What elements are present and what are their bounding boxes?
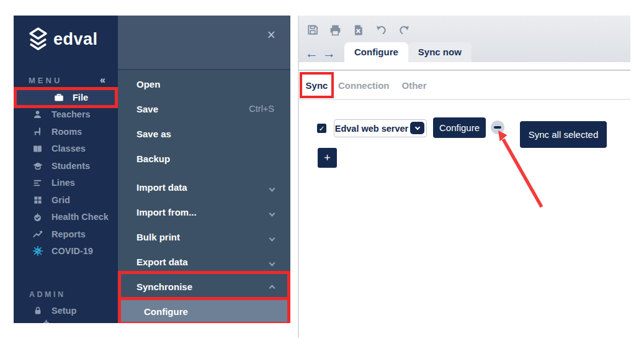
menu-label: MENU xyxy=(29,76,62,85)
sidebar-item-label: Grid xyxy=(51,195,70,205)
menu-item-label: Open xyxy=(136,79,160,89)
sidebar-item-rooms[interactable]: Rooms xyxy=(14,123,118,140)
chevron-down-icon xyxy=(410,122,424,134)
highlight-box xyxy=(14,87,118,108)
sidebar-item-lines[interactable]: Lines xyxy=(14,175,118,192)
save-icon[interactable] xyxy=(306,23,319,37)
close-icon[interactable]: × xyxy=(267,28,275,42)
history-nav: ← → xyxy=(305,47,336,60)
sidebar: edval MENU « File Teachers xyxy=(14,16,118,323)
menu-item-save[interactable]: Save Ctrl+S xyxy=(118,96,290,121)
gear-icon xyxy=(41,319,51,323)
lock-icon xyxy=(32,306,43,316)
menu-item-bulk-print[interactable]: Bulk print xyxy=(118,224,290,249)
edval-logo: edval xyxy=(29,27,98,52)
graduation-cap-icon xyxy=(32,160,43,171)
sidebar-item-label: COVID-19 xyxy=(51,246,93,256)
print-icon[interactable] xyxy=(329,23,342,37)
sidebar-item-file[interactable]: File xyxy=(14,89,118,106)
subtab-other[interactable]: Other xyxy=(402,80,427,91)
menu-item-import-from[interactable]: Import from... xyxy=(118,199,290,224)
menu-item-label: Export data xyxy=(136,257,188,267)
collapse-sidebar-icon[interactable]: « xyxy=(100,75,105,86)
toolbar: ← → Configure Sync now xyxy=(299,16,630,62)
sidebar-item-label: Classes xyxy=(51,144,86,153)
subtab-sync[interactable]: Sync xyxy=(300,72,334,98)
sidebar-item-label: File xyxy=(73,93,88,103)
book-icon xyxy=(32,144,43,154)
menu-item-label: Bulk print xyxy=(136,232,180,242)
briefcase-icon xyxy=(53,92,65,103)
sidebar-item-label: Health Check xyxy=(51,212,109,222)
sidebar-item-students[interactable]: Students xyxy=(14,157,118,175)
menu-item-import-data[interactable]: Import data xyxy=(118,175,290,199)
lines-icon xyxy=(32,178,43,188)
add-server-button[interactable]: + xyxy=(318,148,337,168)
sidebar-item-label: Lines xyxy=(51,178,75,188)
sidebar-item-label: Students xyxy=(51,161,90,171)
edval-logo-icon xyxy=(29,27,48,52)
subtab-connection[interactable]: Connection xyxy=(338,80,390,91)
sidebar-item-grid[interactable]: Grid xyxy=(14,191,118,209)
back-arrow-icon[interactable]: ← xyxy=(305,47,318,60)
person-icon xyxy=(32,109,43,120)
virus-icon xyxy=(32,245,43,257)
shortcut-label: Ctrl+S xyxy=(249,104,274,114)
toolbar-icons xyxy=(306,23,411,37)
menu-item-label: Configure xyxy=(144,306,188,317)
menu-item-configure[interactable]: Configure xyxy=(118,299,290,323)
menu-item-label: Save xyxy=(136,104,158,114)
menu-item-export-data[interactable]: Export data xyxy=(118,249,290,274)
sidebar-item-classes[interactable]: Classes xyxy=(14,140,118,158)
menu-item-label: Save as xyxy=(136,129,171,139)
subtab-top-divider xyxy=(299,70,630,71)
menu-item-backup[interactable]: Backup xyxy=(118,146,290,171)
remove-server-button[interactable] xyxy=(491,121,504,134)
chevron-down-icon xyxy=(270,182,274,193)
sync-all-selected-button[interactable]: Sync all selected xyxy=(520,121,607,148)
chevron-down-icon xyxy=(270,257,274,267)
menu-item-label: Import from... xyxy=(136,207,197,217)
health-check-icon xyxy=(32,212,43,222)
flyout-header: × xyxy=(118,16,290,70)
server-select-value: Edval web server xyxy=(334,120,409,137)
file-flyout-menu: × Open Save Ctrl+S Save as Backup Import… xyxy=(118,16,290,323)
redo-icon[interactable] xyxy=(398,23,411,37)
export-excel-icon[interactable] xyxy=(352,23,365,37)
subtab-label: Sync xyxy=(306,80,328,91)
tab-sync-now[interactable]: Sync now xyxy=(408,42,472,62)
sidebar-item-reports[interactable]: Reports xyxy=(14,226,118,243)
menu-item-open[interactable]: Open xyxy=(118,71,290,96)
admin-section-label: ADMIN xyxy=(29,290,65,299)
undo-icon[interactable] xyxy=(375,23,388,37)
app-window: edval MENU « File Teachers xyxy=(0,0,644,338)
flyout-items: Open Save Ctrl+S Save as Backup Import d… xyxy=(118,71,290,323)
chevron-down-icon xyxy=(270,232,274,242)
chevron-up-icon xyxy=(270,281,274,292)
server-checkbox[interactable]: ✓ xyxy=(317,124,326,133)
sidebar-item-label: Setup xyxy=(51,306,76,316)
sidebar-item-health-check[interactable]: Health Check xyxy=(14,209,118,226)
sidebar-item-label: Teachers xyxy=(51,109,91,119)
configure-server-button[interactable]: Configure xyxy=(433,117,486,138)
grid-icon xyxy=(32,195,43,205)
subtab-bottom-divider xyxy=(299,99,630,100)
trend-icon xyxy=(32,229,43,240)
check-icon: ✓ xyxy=(319,124,325,133)
menu-item-synchronise[interactable]: Synchronise xyxy=(118,274,290,299)
sidebar-nav: File Teachers Rooms Classes xyxy=(14,89,118,260)
tab-configure[interactable]: Configure xyxy=(344,42,408,62)
menu-item-label: Backup xyxy=(136,153,170,164)
sidebar-item-teachers[interactable]: Teachers xyxy=(14,106,118,124)
sidebar-item-covid19[interactable]: COVID-19 xyxy=(14,243,118,260)
sidebar-item-setup[interactable]: Setup xyxy=(14,302,118,319)
chair-icon xyxy=(32,126,43,137)
sync-subtabs: Sync Connection Other xyxy=(300,72,427,98)
menu-header: MENU « xyxy=(29,75,105,86)
menu-item-label: Import data xyxy=(136,182,187,193)
forward-arrow-icon[interactable]: → xyxy=(323,47,336,60)
server-select[interactable]: Edval web server xyxy=(334,119,427,137)
menu-item-save-as[interactable]: Save as xyxy=(118,121,290,146)
menu-item-label: Synchronise xyxy=(136,281,192,292)
pane-divider xyxy=(298,16,299,338)
